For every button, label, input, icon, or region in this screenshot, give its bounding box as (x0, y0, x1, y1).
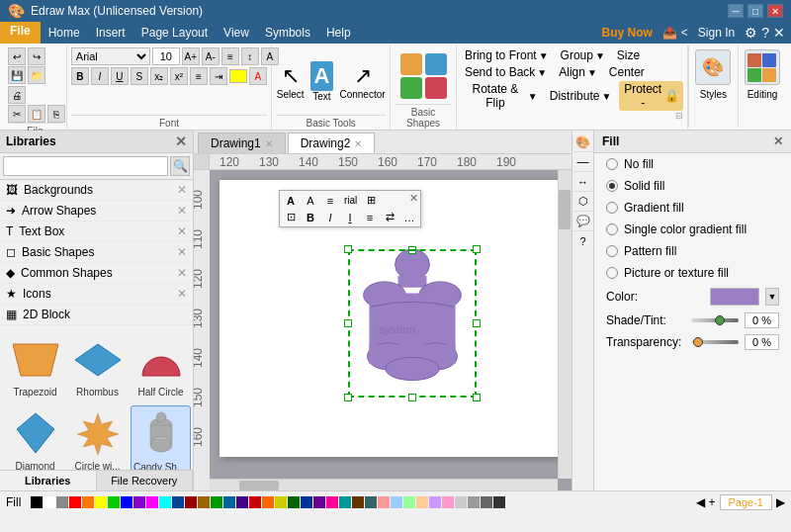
print-btn[interactable]: 🖨 (8, 86, 26, 104)
menu-help[interactable]: Help (318, 22, 359, 44)
shape-rhombus[interactable]: Rhombus (68, 331, 127, 401)
selected-shape-container[interactable]: system. (348, 249, 477, 398)
shape-color-blue[interactable] (425, 53, 447, 75)
color-swatch[interactable] (288, 496, 300, 508)
open-btn[interactable]: 📁 (28, 66, 45, 84)
distribute-btn[interactable]: Distribute ▼ (546, 88, 616, 104)
connector-tool-btn[interactable]: ↗ Connector (339, 63, 385, 100)
libraries-close-btn[interactable]: ✕ (175, 133, 187, 149)
text-tool-btn[interactable]: A Text (310, 61, 334, 102)
center-btn[interactable]: Center (605, 64, 649, 80)
color-swatch[interactable] (44, 496, 55, 508)
side-icon-5[interactable]: 💬 (573, 212, 593, 231)
side-icon-6[interactable]: ? (573, 231, 593, 251)
common-shapes-close[interactable]: ✕ (177, 266, 187, 280)
color-swatch[interactable] (493, 496, 505, 508)
bring-to-front-btn[interactable]: Bring to Front ▼ (461, 47, 553, 63)
menu-view[interactable]: View (216, 22, 257, 44)
color-swatch[interactable] (159, 496, 171, 508)
float-icon1[interactable]: ⊡ (282, 210, 300, 224)
select-tool-btn[interactable]: ↖ Select (277, 63, 305, 100)
color-swatch[interactable] (262, 496, 274, 508)
size-btn[interactable]: Size (613, 47, 644, 63)
shade-slider-thumb[interactable] (715, 315, 725, 325)
shape-color-green[interactable] (400, 77, 422, 99)
color-swatch[interactable] (185, 496, 197, 508)
align-btn[interactable]: Align ▼ (555, 64, 601, 80)
share-icon[interactable]: 📤 (662, 26, 677, 40)
fill-picture[interactable]: Picture or texture fill (594, 262, 791, 284)
float-wrap[interactable]: ⇄ (381, 210, 398, 224)
lib-item-common-shapes[interactable]: ◆ Common Shapes ✕ (0, 263, 193, 284)
highlight-btn[interactable] (229, 69, 247, 83)
float-bold-btn[interactable]: A (282, 194, 300, 208)
tab-drawing1[interactable]: Drawing1 ✕ (198, 133, 286, 153)
handle-br[interactable] (473, 394, 481, 401)
handle-ml[interactable] (344, 319, 352, 327)
float-align-btn[interactable]: ≡ (321, 194, 339, 208)
handle-mr[interactable] (473, 319, 481, 327)
handle-tl[interactable] (344, 245, 352, 253)
color-preview[interactable] (710, 288, 759, 306)
close-drawing2[interactable]: ✕ (354, 138, 362, 149)
group-btn[interactable]: Group ▼ (557, 47, 609, 63)
canvas-scroll[interactable]: A A ≡ rial ⊞ ✕ ⊡ B I I (210, 170, 571, 490)
maximize-btn[interactable]: □ (747, 4, 763, 18)
copy-btn[interactable]: 📋 (28, 105, 45, 123)
scrollbar-vertical[interactable] (558, 170, 571, 479)
nav-next-btn[interactable]: ▶ (776, 495, 785, 509)
color-swatch[interactable] (352, 496, 364, 508)
paste-btn[interactable]: ⎘ (47, 105, 65, 123)
color-swatch[interactable] (301, 496, 312, 508)
lib-item-icons[interactable]: ★ Icons ✕ (0, 284, 193, 305)
handle-bc[interactable] (408, 394, 416, 401)
redo-btn[interactable]: ↪ (28, 47, 45, 65)
superscript-btn[interactable]: x² (170, 67, 188, 85)
transparency-slider-track[interactable] (691, 340, 739, 344)
font-family-select[interactable]: Arial (71, 47, 150, 65)
fill-close-btn[interactable]: ✕ (773, 134, 783, 148)
lib-item-text-box[interactable]: T Text Box ✕ (0, 222, 193, 242)
rotate-flip-btn[interactable]: Rotate & Flip ▼ (461, 81, 542, 111)
float-bold2[interactable]: B (302, 211, 319, 224)
shape-color-red[interactable] (425, 77, 447, 99)
color-swatch[interactable] (391, 496, 402, 508)
lib-item-2d-block[interactable]: ▦ 2D Block (0, 305, 193, 325)
tab-libraries[interactable]: Libraries (0, 471, 97, 490)
color-swatch[interactable] (481, 496, 492, 508)
font-color2-btn[interactable]: A (249, 67, 267, 85)
close-btn[interactable]: ✕ (767, 4, 783, 18)
sign-in-btn[interactable]: Sign In (692, 26, 741, 40)
fill-no-fill[interactable]: No fill (594, 153, 791, 175)
color-swatch[interactable] (223, 496, 235, 508)
icons-close[interactable]: ✕ (177, 287, 187, 301)
handle-tr[interactable] (473, 245, 481, 253)
scroll-thumb-v[interactable] (559, 190, 571, 229)
float-align2[interactable]: ≡ (361, 211, 379, 224)
basic-shapes-close[interactable]: ✕ (177, 245, 187, 259)
side-icon-1[interactable]: 🎨 (573, 133, 593, 152)
text-box-close[interactable]: ✕ (177, 224, 187, 238)
float-close-btn[interactable]: ✕ (409, 192, 418, 205)
cut-btn[interactable]: ✂ (8, 105, 26, 123)
color-swatch[interactable] (69, 496, 81, 508)
italic-btn[interactable]: I (91, 67, 109, 85)
fill-pattern[interactable]: Pattern fill (594, 240, 791, 262)
lib-item-basic-shapes[interactable]: ◻ Basic Shapes ✕ (0, 242, 193, 263)
scroll-right-btn[interactable] (558, 154, 571, 169)
close-menu-icon[interactable]: ✕ (773, 25, 785, 41)
color-swatch[interactable] (249, 496, 261, 508)
menu-symbols[interactable]: Symbols (257, 22, 318, 44)
tab-file-recovery[interactable]: File Recovery (97, 471, 194, 490)
indent-btn[interactable]: ⇥ (210, 67, 227, 85)
arrange-expand-btn[interactable]: ⊟ (675, 111, 683, 121)
float-underline2[interactable]: I (341, 211, 359, 224)
page-add-btn[interactable]: + (709, 495, 716, 509)
undo-btn[interactable]: ↩ (8, 47, 26, 65)
subscript-btn[interactable]: x₂ (150, 67, 168, 85)
float-something[interactable]: ⊞ (362, 193, 380, 208)
color-swatch[interactable] (31, 496, 43, 508)
color-swatch[interactable] (326, 496, 338, 508)
font-grow-btn[interactable]: A+ (182, 47, 200, 65)
menu-home[interactable]: Home (41, 22, 88, 44)
